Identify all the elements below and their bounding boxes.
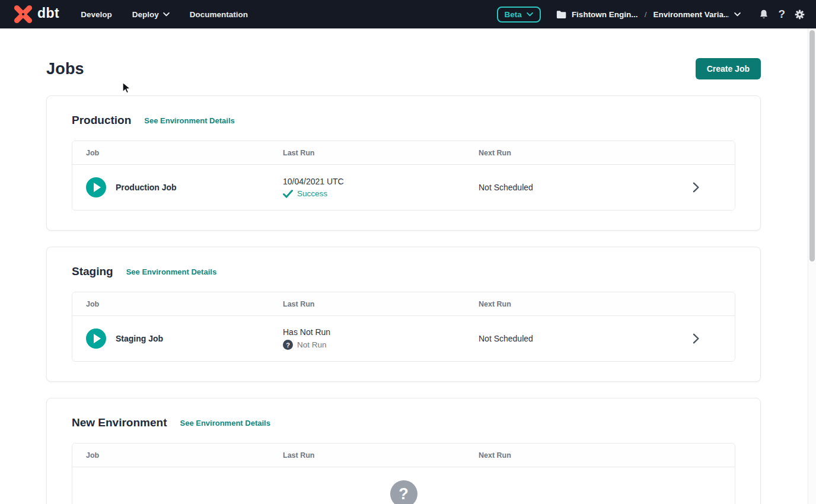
nav-develop[interactable]: Develop: [81, 10, 112, 19]
question-mark-icon: ?: [778, 8, 785, 21]
nav-deploy[interactable]: Deploy: [132, 10, 170, 19]
job-row-staging-job[interactable]: Staging Job Has Not Run ? Not Run Not Sc…: [72, 316, 735, 361]
environment-card-production: Production See Environment Details Job L…: [46, 95, 761, 231]
see-environment-details-link[interactable]: See Environment Details: [126, 267, 216, 276]
status-text: Not Run: [297, 340, 327, 349]
column-header-job: Job: [86, 300, 283, 308]
vertical-scrollbar-track[interactable]: [808, 28, 816, 504]
column-header-next-run: Next Run: [479, 451, 658, 460]
jobs-table: Job Last Run Next Run Production Job 10/…: [72, 141, 735, 210]
environment-name: New Environment: [72, 416, 167, 429]
last-run-status: Success: [283, 189, 479, 198]
nav-deploy-label: Deploy: [132, 10, 159, 19]
page-header-row: Jobs Create Job: [46, 58, 761, 79]
next-run-cell: Not Scheduled: [479, 183, 658, 192]
column-header-job: Job: [86, 451, 283, 460]
column-header-next-run: Next Run: [479, 149, 658, 157]
chevron-down-icon: [163, 12, 170, 17]
question-circle-icon: ?: [390, 480, 417, 504]
job-cell: Production Job: [86, 177, 283, 197]
breadcrumb-account: Fishtown Engin...: [572, 10, 638, 19]
nav-documentation-label: Documentation: [190, 10, 248, 19]
question-circle-icon: ?: [283, 340, 293, 350]
breadcrumb[interactable]: Fishtown Engin... / Environment Varia...: [556, 10, 741, 19]
jobs-table-header: Job Last Run Next Run: [72, 292, 735, 316]
check-icon: [283, 190, 293, 198]
last-run-cell: Has Not Run ? Not Run: [283, 327, 479, 350]
last-run-status: ? Not Run: [283, 340, 479, 350]
dbt-logo-icon: [13, 4, 33, 24]
dbt-wordmark: dbt: [37, 7, 59, 22]
topbar-right-cluster: Beta Fishtown Engin... / Environment Var…: [497, 7, 805, 23]
top-navigation-bar: dbt Develop Deploy Documentation Beta Fi…: [0, 0, 816, 28]
chevron-down-icon: [527, 12, 533, 17]
primary-nav: Develop Deploy Documentation: [81, 10, 248, 19]
gear-icon: [794, 9, 805, 20]
folder-icon: [556, 10, 566, 19]
environment-card-new-environment: New Environment See Environment Details …: [46, 398, 761, 504]
environment-card-header: New Environment See Environment Details: [72, 416, 735, 429]
environment-name: Production: [72, 114, 131, 127]
settings-button[interactable]: [794, 9, 805, 20]
last-run-date: 10/04/2021 UTC: [283, 177, 479, 186]
job-row-production-job[interactable]: Production Job 10/04/2021 UTC Success No…: [72, 165, 735, 210]
jobs-table-header: Job Last Run Next Run: [72, 444, 735, 467]
help-button[interactable]: ?: [778, 8, 785, 21]
empty-jobs-state: ?: [72, 467, 735, 504]
environment-card-header: Production See Environment Details: [72, 114, 735, 127]
job-name: Staging Job: [116, 334, 163, 343]
dbt-logo[interactable]: dbt: [13, 4, 59, 24]
breadcrumb-separator: /: [643, 10, 648, 19]
chevron-down-icon: [734, 12, 741, 17]
environment-card-header: Staging See Environment Details: [72, 265, 735, 278]
job-cell: Staging Job: [86, 328, 283, 349]
column-header-job: Job: [86, 149, 283, 157]
column-header-last-run: Last Run: [283, 451, 479, 460]
create-job-button[interactable]: Create Job: [696, 58, 761, 79]
bell-icon: [758, 9, 769, 20]
chevron-right-icon: [692, 333, 700, 344]
next-run-cell: Not Scheduled: [479, 334, 658, 343]
vertical-scrollbar-thumb[interactable]: [809, 30, 815, 261]
jobs-table-header: Job Last Run Next Run: [72, 141, 735, 165]
nav-documentation[interactable]: Documentation: [190, 10, 248, 19]
jobs-table: Job Last Run Next Run ?: [72, 443, 735, 504]
last-run-cell: 10/04/2021 UTC Success: [283, 177, 479, 198]
column-header-next-run: Next Run: [479, 300, 658, 308]
notifications-button[interactable]: [758, 9, 769, 20]
see-environment-details-link[interactable]: See Environment Details: [180, 419, 270, 428]
environment-card-staging: Staging See Environment Details Job Last…: [46, 247, 761, 382]
jobs-page: Jobs Create Job Production See Environme…: [0, 58, 816, 504]
jobs-table: Job Last Run Next Run Staging Job Has No…: [72, 292, 735, 362]
job-name: Production Job: [116, 183, 177, 192]
last-run-date: Has Not Run: [283, 327, 479, 337]
row-chevron-cell: [658, 333, 735, 344]
beta-dropdown[interactable]: Beta: [497, 7, 541, 23]
environment-name: Staging: [72, 265, 113, 278]
run-job-play-button[interactable]: [86, 177, 106, 197]
column-header-last-run: Last Run: [283, 149, 479, 157]
status-text: Success: [297, 189, 327, 198]
breadcrumb-project: Environment Varia...: [653, 10, 729, 19]
run-job-play-button[interactable]: [86, 328, 106, 349]
column-header-last-run: Last Run: [283, 300, 479, 308]
page-title: Jobs: [46, 60, 84, 78]
chevron-right-icon: [692, 182, 700, 193]
row-chevron-cell: [658, 182, 735, 193]
nav-develop-label: Develop: [81, 10, 112, 19]
see-environment-details-link[interactable]: See Environment Details: [144, 116, 234, 125]
beta-label: Beta: [505, 10, 522, 19]
topbar-icon-group: ?: [758, 8, 805, 21]
